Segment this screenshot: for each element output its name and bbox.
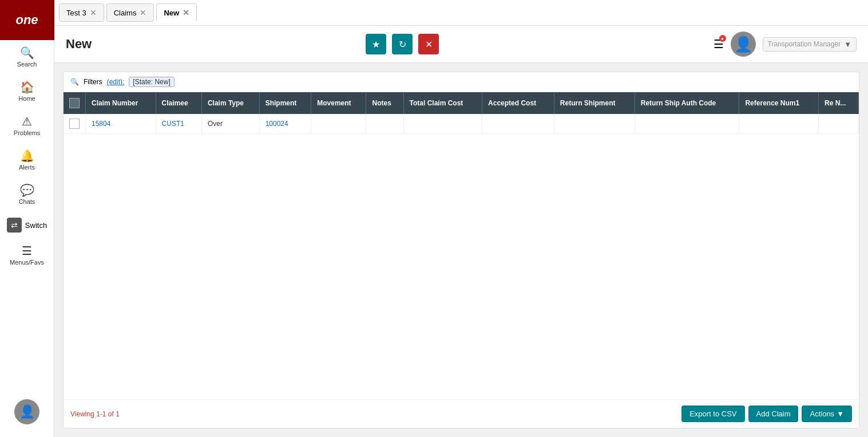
table-row[interactable]: 15804CUST1Over100024 [64, 114, 859, 134]
sidebar-item-problems[interactable]: ⚠ Problems [0, 109, 54, 143]
row-checkbox[interactable] [69, 119, 80, 129]
sidebar-label-switch: Switch [25, 221, 47, 230]
sidebar-item-switch[interactable]: ⇄ Switch [0, 212, 54, 238]
cell-notes [366, 114, 403, 134]
refresh-button[interactable]: ↻ [392, 34, 413, 54]
tab-label-test3: Test 3 [66, 9, 86, 17]
sidebar-item-home[interactable]: 🏠 Home [0, 74, 54, 109]
sidebar-item-search[interactable]: 🔍 Search [0, 40, 54, 74]
favorite-button[interactable]: ★ [366, 34, 386, 54]
menu-icon: ☰ [22, 245, 32, 257]
col-claimee: Claimee [156, 92, 201, 114]
user-role-dropdown[interactable]: Transportation Manager ▼ [763, 37, 857, 52]
col-shipment: Shipment [259, 92, 311, 114]
cell-claimee[interactable]: CUST1 [156, 114, 201, 134]
sidebar-label-menus: Menus/Favs [10, 259, 44, 266]
logo-text: one [15, 13, 38, 27]
cell-claim_type: Over [201, 114, 259, 134]
table-header-row: Claim Number Claimee Claim Type Shipment… [64, 92, 859, 114]
close-button[interactable]: ✕ [418, 34, 439, 54]
switch-icon: ⇄ [7, 218, 22, 233]
col-return-ship-auth-code: Return Ship Auth Code [635, 92, 739, 114]
col-total-claim-cost: Total Claim Cost [403, 92, 482, 114]
page-title: New [66, 37, 92, 52]
filter-icon: 🔍 [70, 78, 79, 86]
cell-total_claim_cost [403, 114, 482, 134]
sidebar-item-chats[interactable]: 💬 Chats [0, 178, 54, 212]
tab-new[interactable]: New ✕ [156, 3, 197, 22]
cell-accepted_cost [482, 114, 554, 134]
chevron-down-icon: ▼ [844, 40, 851, 49]
sidebar-label-search: Search [17, 61, 37, 68]
filter-edit-link[interactable]: (edit): [107, 78, 125, 86]
tab-bar: Test 3 ✕ Claims ✕ New ✕ [54, 0, 868, 26]
add-claim-button[interactable]: Add Claim [748, 405, 799, 422]
col-movement: Movement [311, 92, 366, 114]
viewing-count: Viewing 1-1 of 1 [70, 410, 120, 418]
link-shipment[interactable]: 100024 [265, 120, 288, 128]
warning-icon: ⚠ [22, 116, 32, 127]
table-wrapper[interactable]: Claim Number Claimee Claim Type Shipment… [64, 92, 859, 399]
tab-label-claims: Claims [114, 9, 137, 17]
col-claim-number: Claim Number [86, 92, 156, 114]
main-content: Test 3 ✕ Claims ✕ New ✕ New ★ ↻ ✕ ☰ ● 👤 [54, 0, 868, 437]
home-icon: 🏠 [20, 81, 34, 93]
app-logo[interactable]: one [0, 0, 54, 40]
avatar: 👤 [14, 399, 39, 424]
col-return-shipment: Return Shipment [554, 92, 635, 114]
table-body: 15804CUST1Over100024 [64, 114, 859, 134]
actions-arrow-icon: ▼ [837, 410, 844, 418]
col-notes: Notes [366, 92, 403, 114]
user-avatar[interactable]: 👤 [731, 32, 756, 57]
notifications-icon[interactable]: ☰ ● [714, 37, 724, 51]
sidebar-label-alerts: Alerts [19, 164, 35, 171]
page-header: New ★ ↻ ✕ ☰ ● 👤 Transportation Manager ▼ [54, 26, 868, 63]
sidebar-label-home: Home [18, 95, 35, 102]
tab-close-claims[interactable]: ✕ [140, 9, 146, 17]
link-claimee[interactable]: CUST1 [162, 120, 184, 128]
sidebar-label-chats: Chats [19, 198, 35, 205]
footer-buttons: Export to CSV Add Claim Actions ▼ [681, 405, 852, 422]
filter-bar: 🔍 Filters (edit): [State: New] [64, 72, 859, 92]
col-reference-num1: Reference Num1 [739, 92, 819, 114]
search-icon: 🔍 [20, 47, 34, 58]
col-ref-n: Re N... [819, 92, 859, 114]
claims-table: Claim Number Claimee Claim Type Shipment… [64, 92, 859, 134]
col-checkbox [64, 92, 86, 114]
cell-movement [311, 114, 366, 134]
actions-label: Actions [810, 410, 834, 418]
table-footer: Viewing 1-1 of 1 Export to CSV Add Claim… [64, 399, 859, 428]
cell-return_ship_auth_code [635, 114, 739, 134]
main-card: 🔍 Filters (edit): [State: New] Claim Num… [63, 72, 859, 428]
cell-claim_number[interactable]: 15804 [86, 114, 156, 134]
col-accepted-cost: Accepted Cost [482, 92, 554, 114]
sidebar-item-alerts[interactable]: 🔔 Alerts [0, 143, 54, 178]
bell-icon: 🔔 [20, 150, 34, 162]
tab-close-test3[interactable]: ✕ [90, 9, 97, 17]
filter-state-tag[interactable]: [State: New] [129, 77, 174, 87]
export-csv-button[interactable]: Export to CSV [681, 405, 744, 422]
actions-button[interactable]: Actions ▼ [802, 405, 852, 422]
tab-claims[interactable]: Claims ✕ [106, 3, 154, 22]
tab-label-new: New [164, 9, 179, 17]
notification-badge: ● [719, 35, 726, 42]
sidebar-item-menus[interactable]: ☰ Menus/Favs [0, 238, 54, 273]
link-claim_number[interactable]: 15804 [92, 120, 110, 128]
sidebar: one 🔍 Search 🏠 Home ⚠ Problems 🔔 Alerts … [0, 0, 54, 437]
col-claim-type: Claim Type [201, 92, 259, 114]
cell-ref_n [819, 114, 859, 134]
filter-label: Filters [84, 78, 102, 86]
user-role-text: Transportation Manager [768, 40, 841, 48]
sidebar-user-avatar[interactable]: 👤 [0, 392, 54, 431]
cell-reference_num1 [739, 114, 819, 134]
header-actions: ★ ↻ ✕ [366, 34, 439, 54]
sidebar-bottom: 👤 [0, 392, 54, 437]
header-right: ☰ ● 👤 Transportation Manager ▼ [714, 32, 857, 57]
tab-close-new[interactable]: ✕ [183, 9, 189, 17]
tab-test3[interactable]: Test 3 ✕ [59, 3, 104, 22]
select-all-checkbox[interactable] [69, 98, 80, 108]
cell-shipment[interactable]: 100024 [259, 114, 311, 134]
cell-return_shipment [554, 114, 635, 134]
sidebar-label-problems: Problems [14, 129, 40, 136]
chat-icon: 💬 [20, 184, 34, 196]
